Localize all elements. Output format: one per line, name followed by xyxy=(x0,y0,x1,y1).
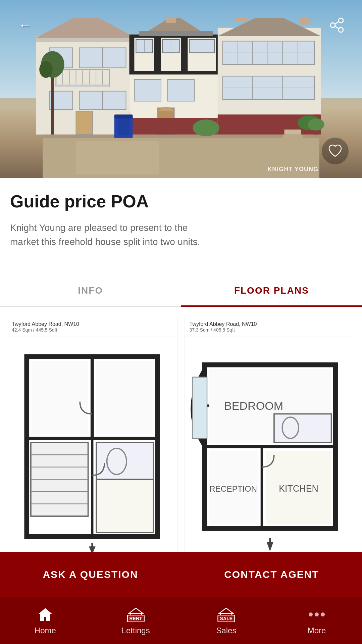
svg-rect-8 xyxy=(79,48,103,68)
nav-item-lettings[interactable]: RENT Lettings xyxy=(91,602,181,639)
tab-floor-plans[interactable]: FLOOR PLANS xyxy=(181,276,362,307)
svg-marker-108 xyxy=(267,542,273,551)
nav-item-more[interactable]: More xyxy=(271,602,362,639)
svg-rect-68 xyxy=(114,114,133,118)
tab-info[interactable]: INFO xyxy=(0,276,181,307)
svg-line-78 xyxy=(335,22,339,24)
floor-plan-1-header: Twyford Abbey Road, NW10 42.4 Sqm / 445.… xyxy=(7,317,177,337)
svg-point-121 xyxy=(321,612,325,616)
svg-marker-6 xyxy=(36,18,136,38)
svg-rect-71 xyxy=(76,141,159,175)
svg-rect-94 xyxy=(96,361,154,434)
share-icon xyxy=(329,17,345,33)
svg-marker-113 xyxy=(129,608,143,613)
nav-sales-label: Sales xyxy=(216,626,236,635)
floor-plan-2-size: 37.3 Sqm / 405.8 Sqft xyxy=(190,327,351,333)
nav-item-home[interactable]: Home xyxy=(0,602,91,639)
svg-rect-31 xyxy=(189,40,214,53)
svg-rect-41 xyxy=(168,80,195,101)
svg-point-64 xyxy=(193,119,219,136)
hero-image: ← KNIGHT YOUNG xyxy=(0,0,362,178)
sales-icon: SALE xyxy=(217,606,235,623)
more-icon xyxy=(308,606,325,623)
svg-marker-112 xyxy=(38,608,52,621)
floor-plan-2-header: Twyford Abbey Road, NW10 37.3 Sqm / 405.… xyxy=(185,317,355,337)
heart-icon xyxy=(328,144,343,158)
svg-rect-40 xyxy=(134,80,161,101)
svg-rect-46 xyxy=(236,18,248,21)
svg-rect-69 xyxy=(118,118,130,135)
svg-rect-90 xyxy=(96,479,154,532)
svg-point-75 xyxy=(339,18,343,23)
nav-home-label: Home xyxy=(35,626,56,635)
watermark-text: KNIGHT YOUNG xyxy=(267,166,318,173)
svg-rect-37 xyxy=(139,31,213,36)
back-button[interactable]: ← xyxy=(13,13,37,37)
floor-plan-card-2[interactable]: Twyford Abbey Road, NW10 37.3 Sqm / 405.… xyxy=(185,317,356,573)
bottom-navigation: Home RENT Lettings SAL xyxy=(0,597,362,644)
floor-plan-2-image: BEDROOM KITCHEN RECEPTION xyxy=(185,337,355,556)
share-button[interactable] xyxy=(325,13,349,37)
svg-rect-111 xyxy=(192,377,207,439)
floor-plan-1-title: Twyford Abbey Road, NW10 xyxy=(12,321,173,327)
lettings-icon: RENT xyxy=(127,606,145,623)
favorite-button[interactable] xyxy=(322,138,349,164)
svg-point-66 xyxy=(308,118,324,131)
property-content: Guide price POA Knight Young are pleased… xyxy=(0,178,362,276)
svg-rect-1 xyxy=(43,135,319,138)
svg-text:KITCHEN: KITCHEN xyxy=(279,484,318,494)
svg-point-77 xyxy=(339,28,343,32)
svg-rect-63 xyxy=(285,130,301,135)
svg-point-119 xyxy=(309,612,313,616)
svg-rect-22 xyxy=(76,111,93,135)
svg-rect-38 xyxy=(166,18,176,23)
floor-plan-2-title: Twyford Abbey Road, NW10 xyxy=(190,321,351,327)
ask-question-button[interactable]: ASK A QUESTION xyxy=(0,552,181,597)
svg-text:RECEPTION: RECEPTION xyxy=(209,484,257,493)
svg-rect-11 xyxy=(56,85,109,87)
nav-lettings-label: Lettings xyxy=(122,626,150,635)
nav-item-sales[interactable]: SALE Sales xyxy=(181,602,272,639)
svg-rect-91 xyxy=(96,443,154,480)
property-description: Knight Young are pleased to present to t… xyxy=(10,221,205,249)
contact-agent-button[interactable]: CONTACT AGENT xyxy=(181,552,362,597)
nav-more-label: More xyxy=(308,626,326,635)
svg-point-74 xyxy=(39,61,53,78)
svg-point-76 xyxy=(330,23,335,28)
svg-rect-93 xyxy=(31,361,88,434)
home-icon xyxy=(37,606,54,623)
tabs-container: INFO FLOOR PLANS xyxy=(0,276,362,307)
back-arrow-icon: ← xyxy=(18,17,32,33)
floor-plan-1-size: 42.4 Sqm / 445.5 Sqft xyxy=(12,327,173,333)
svg-point-120 xyxy=(315,612,319,616)
svg-rect-21 xyxy=(103,91,126,110)
action-buttons-bar: ASK A QUESTION CONTACT AGENT xyxy=(0,552,362,597)
svg-rect-48 xyxy=(299,18,309,24)
svg-line-79 xyxy=(335,27,339,29)
svg-text:BEDROOM: BEDROOM xyxy=(224,399,283,412)
svg-rect-9 xyxy=(103,48,126,68)
rent-badge: RENT xyxy=(127,615,145,622)
floor-plan-card-1[interactable]: Twyford Abbey Road, NW10 42.4 Sqm / 445.… xyxy=(7,317,178,573)
sale-badge: SALE xyxy=(218,615,235,622)
floor-plan-1-image xyxy=(7,337,177,556)
svg-marker-116 xyxy=(219,608,233,613)
property-price: Guide price POA xyxy=(10,191,352,211)
svg-rect-20 xyxy=(79,91,103,110)
floor-plans-section: Twyford Abbey Road, NW10 42.4 Sqm / 445.… xyxy=(0,307,362,583)
